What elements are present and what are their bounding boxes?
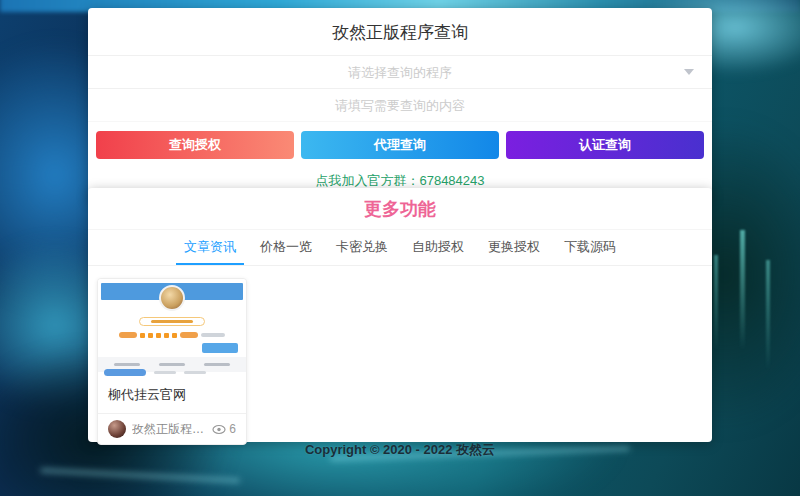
tab-change-auth[interactable]: 更换授权 [480, 230, 548, 265]
tabs-bar: 文章资讯 价格一览 卡密兑换 自助授权 更换授权 下载源码 [88, 230, 712, 266]
thumb-avatar [159, 285, 185, 311]
program-select-input[interactable] [88, 56, 712, 88]
view-count: 6 [212, 422, 236, 436]
agent-query-button[interactable]: 代理查询 [301, 131, 499, 159]
articles-grid: 柳代挂云官网 孜然正版程序查询 6 [88, 266, 712, 457]
article-title: 柳代挂云官网 [98, 376, 246, 413]
tab-download-source[interactable]: 下载源码 [556, 230, 624, 265]
article-author: 孜然正版程序查询 [132, 421, 212, 438]
view-count-value: 6 [229, 422, 236, 436]
article-card[interactable]: 柳代挂云官网 孜然正版程序查询 6 [97, 278, 247, 445]
author-avatar [108, 420, 126, 438]
bg-icicle [766, 260, 770, 370]
more-functions-card: 更多功能 文章资讯 价格一览 卡密兑换 自助授权 更换授权 下载源码 [88, 188, 712, 442]
thumb-name-pill [139, 317, 205, 326]
thumb-footer-row [104, 369, 240, 376]
tab-articles[interactable]: 文章资讯 [176, 230, 244, 265]
action-buttons: 查询授权 代理查询 认证查询 [88, 122, 712, 165]
tab-card-redeem[interactable]: 卡密兑换 [328, 230, 396, 265]
article-thumbnail [98, 279, 246, 376]
program-select[interactable] [88, 55, 712, 88]
query-content-field [88, 88, 712, 122]
bg-wave-highlight [40, 468, 240, 483]
bg-icicle [740, 230, 745, 350]
thumb-blue-button [202, 343, 238, 353]
cert-query-button[interactable]: 认证查询 [506, 131, 704, 159]
query-content-input[interactable] [88, 89, 712, 121]
eye-icon [212, 424, 226, 435]
query-auth-button[interactable]: 查询授权 [96, 131, 294, 159]
copyright: Copyright © 2020 - 2022 孜然云 [0, 441, 800, 459]
chevron-down-icon [684, 69, 694, 75]
query-card: 孜然正版程序查询 查询授权 代理查询 认证查询 点我加入官方群：67848424… [88, 8, 712, 201]
tab-self-auth[interactable]: 自助授权 [404, 230, 472, 265]
thumb-stars-row [98, 332, 246, 338]
more-functions-title: 更多功能 [88, 188, 712, 230]
article-footer: 孜然正版程序查询 6 [98, 413, 246, 444]
page-title: 孜然正版程序查询 [88, 8, 712, 55]
bg-icicle [714, 255, 718, 350]
tab-prices[interactable]: 价格一览 [252, 230, 320, 265]
